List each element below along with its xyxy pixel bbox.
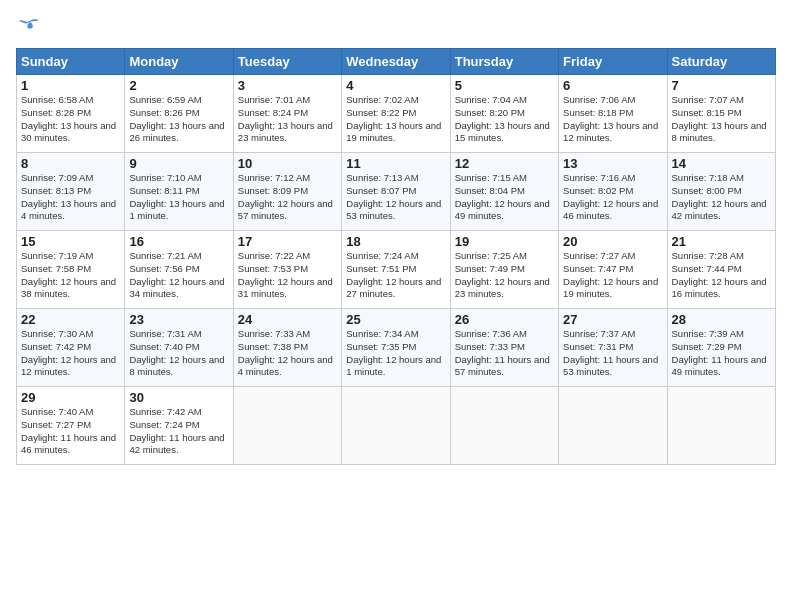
calendar-cell: 12Sunrise: 7:15 AMSunset: 8:04 PMDayligh… — [450, 153, 558, 231]
day-info: Sunrise: 7:01 AMSunset: 8:24 PMDaylight:… — [238, 94, 337, 145]
calendar-week-row: 22Sunrise: 7:30 AMSunset: 7:42 PMDayligh… — [17, 309, 776, 387]
day-info: Sunrise: 7:42 AMSunset: 7:24 PMDaylight:… — [129, 406, 228, 457]
calendar-cell: 16Sunrise: 7:21 AMSunset: 7:56 PMDayligh… — [125, 231, 233, 309]
calendar-cell: 6Sunrise: 7:06 AMSunset: 8:18 PMDaylight… — [559, 75, 667, 153]
day-info: Sunrise: 7:10 AMSunset: 8:11 PMDaylight:… — [129, 172, 228, 223]
day-info: Sunrise: 7:16 AMSunset: 8:02 PMDaylight:… — [563, 172, 662, 223]
day-number: 30 — [129, 390, 228, 405]
calendar-cell: 9Sunrise: 7:10 AMSunset: 8:11 PMDaylight… — [125, 153, 233, 231]
calendar-cell: 7Sunrise: 7:07 AMSunset: 8:15 PMDaylight… — [667, 75, 775, 153]
calendar-cell: 19Sunrise: 7:25 AMSunset: 7:49 PMDayligh… — [450, 231, 558, 309]
calendar-cell: 24Sunrise: 7:33 AMSunset: 7:38 PMDayligh… — [233, 309, 341, 387]
day-number: 8 — [21, 156, 120, 171]
day-info: Sunrise: 7:21 AMSunset: 7:56 PMDaylight:… — [129, 250, 228, 301]
day-number: 11 — [346, 156, 445, 171]
weekday-header-thursday: Thursday — [450, 49, 558, 75]
calendar-cell: 14Sunrise: 7:18 AMSunset: 8:00 PMDayligh… — [667, 153, 775, 231]
weekday-header-wednesday: Wednesday — [342, 49, 450, 75]
day-number: 16 — [129, 234, 228, 249]
logo — [16, 16, 42, 38]
day-info: Sunrise: 6:58 AMSunset: 8:28 PMDaylight:… — [21, 94, 120, 145]
calendar-week-row: 29Sunrise: 7:40 AMSunset: 7:27 PMDayligh… — [17, 387, 776, 465]
day-number: 4 — [346, 78, 445, 93]
calendar-cell: 22Sunrise: 7:30 AMSunset: 7:42 PMDayligh… — [17, 309, 125, 387]
calendar-cell: 28Sunrise: 7:39 AMSunset: 7:29 PMDayligh… — [667, 309, 775, 387]
header — [16, 16, 776, 38]
day-number: 21 — [672, 234, 771, 249]
calendar-cell — [667, 387, 775, 465]
calendar-cell: 15Sunrise: 7:19 AMSunset: 7:58 PMDayligh… — [17, 231, 125, 309]
day-number: 18 — [346, 234, 445, 249]
day-number: 22 — [21, 312, 120, 327]
calendar-cell: 25Sunrise: 7:34 AMSunset: 7:35 PMDayligh… — [342, 309, 450, 387]
weekday-header-monday: Monday — [125, 49, 233, 75]
calendar-week-row: 15Sunrise: 7:19 AMSunset: 7:58 PMDayligh… — [17, 231, 776, 309]
day-info: Sunrise: 7:25 AMSunset: 7:49 PMDaylight:… — [455, 250, 554, 301]
day-number: 25 — [346, 312, 445, 327]
day-info: Sunrise: 7:19 AMSunset: 7:58 PMDaylight:… — [21, 250, 120, 301]
calendar: SundayMondayTuesdayWednesdayThursdayFrid… — [16, 48, 776, 465]
day-info: Sunrise: 7:31 AMSunset: 7:40 PMDaylight:… — [129, 328, 228, 379]
day-number: 6 — [563, 78, 662, 93]
weekday-header-sunday: Sunday — [17, 49, 125, 75]
day-info: Sunrise: 7:15 AMSunset: 8:04 PMDaylight:… — [455, 172, 554, 223]
calendar-cell: 8Sunrise: 7:09 AMSunset: 8:13 PMDaylight… — [17, 153, 125, 231]
calendar-cell: 27Sunrise: 7:37 AMSunset: 7:31 PMDayligh… — [559, 309, 667, 387]
calendar-cell: 21Sunrise: 7:28 AMSunset: 7:44 PMDayligh… — [667, 231, 775, 309]
day-number: 24 — [238, 312, 337, 327]
weekday-header-friday: Friday — [559, 49, 667, 75]
day-number: 9 — [129, 156, 228, 171]
day-number: 2 — [129, 78, 228, 93]
day-info: Sunrise: 7:02 AMSunset: 8:22 PMDaylight:… — [346, 94, 445, 145]
day-number: 27 — [563, 312, 662, 327]
day-number: 23 — [129, 312, 228, 327]
day-number: 26 — [455, 312, 554, 327]
calendar-cell — [450, 387, 558, 465]
day-number: 19 — [455, 234, 554, 249]
day-info: Sunrise: 7:37 AMSunset: 7:31 PMDaylight:… — [563, 328, 662, 379]
day-number: 5 — [455, 78, 554, 93]
day-info: Sunrise: 7:27 AMSunset: 7:47 PMDaylight:… — [563, 250, 662, 301]
day-number: 3 — [238, 78, 337, 93]
calendar-cell: 13Sunrise: 7:16 AMSunset: 8:02 PMDayligh… — [559, 153, 667, 231]
calendar-cell: 5Sunrise: 7:04 AMSunset: 8:20 PMDaylight… — [450, 75, 558, 153]
day-info: Sunrise: 7:36 AMSunset: 7:33 PMDaylight:… — [455, 328, 554, 379]
calendar-week-row: 8Sunrise: 7:09 AMSunset: 8:13 PMDaylight… — [17, 153, 776, 231]
day-info: Sunrise: 7:30 AMSunset: 7:42 PMDaylight:… — [21, 328, 120, 379]
day-info: Sunrise: 7:28 AMSunset: 7:44 PMDaylight:… — [672, 250, 771, 301]
day-number: 20 — [563, 234, 662, 249]
day-info: Sunrise: 7:39 AMSunset: 7:29 PMDaylight:… — [672, 328, 771, 379]
calendar-cell: 3Sunrise: 7:01 AMSunset: 8:24 PMDaylight… — [233, 75, 341, 153]
day-number: 29 — [21, 390, 120, 405]
day-info: Sunrise: 7:04 AMSunset: 8:20 PMDaylight:… — [455, 94, 554, 145]
day-number: 28 — [672, 312, 771, 327]
weekday-header-saturday: Saturday — [667, 49, 775, 75]
calendar-cell: 1Sunrise: 6:58 AMSunset: 8:28 PMDaylight… — [17, 75, 125, 153]
day-info: Sunrise: 7:34 AMSunset: 7:35 PMDaylight:… — [346, 328, 445, 379]
calendar-cell: 2Sunrise: 6:59 AMSunset: 8:26 PMDaylight… — [125, 75, 233, 153]
calendar-cell: 18Sunrise: 7:24 AMSunset: 7:51 PMDayligh… — [342, 231, 450, 309]
calendar-cell — [342, 387, 450, 465]
day-number: 7 — [672, 78, 771, 93]
weekday-header-tuesday: Tuesday — [233, 49, 341, 75]
day-info: Sunrise: 7:33 AMSunset: 7:38 PMDaylight:… — [238, 328, 337, 379]
calendar-cell — [559, 387, 667, 465]
calendar-cell: 10Sunrise: 7:12 AMSunset: 8:09 PMDayligh… — [233, 153, 341, 231]
calendar-cell: 30Sunrise: 7:42 AMSunset: 7:24 PMDayligh… — [125, 387, 233, 465]
day-number: 1 — [21, 78, 120, 93]
day-info: Sunrise: 7:06 AMSunset: 8:18 PMDaylight:… — [563, 94, 662, 145]
day-number: 17 — [238, 234, 337, 249]
day-info: Sunrise: 7:18 AMSunset: 8:00 PMDaylight:… — [672, 172, 771, 223]
calendar-cell: 20Sunrise: 7:27 AMSunset: 7:47 PMDayligh… — [559, 231, 667, 309]
calendar-cell: 4Sunrise: 7:02 AMSunset: 8:22 PMDaylight… — [342, 75, 450, 153]
calendar-week-row: 1Sunrise: 6:58 AMSunset: 8:28 PMDaylight… — [17, 75, 776, 153]
day-info: Sunrise: 7:07 AMSunset: 8:15 PMDaylight:… — [672, 94, 771, 145]
day-info: Sunrise: 7:09 AMSunset: 8:13 PMDaylight:… — [21, 172, 120, 223]
page: SundayMondayTuesdayWednesdayThursdayFrid… — [0, 0, 792, 612]
day-info: Sunrise: 7:12 AMSunset: 8:09 PMDaylight:… — [238, 172, 337, 223]
day-number: 13 — [563, 156, 662, 171]
calendar-cell: 11Sunrise: 7:13 AMSunset: 8:07 PMDayligh… — [342, 153, 450, 231]
calendar-cell: 17Sunrise: 7:22 AMSunset: 7:53 PMDayligh… — [233, 231, 341, 309]
calendar-header-row: SundayMondayTuesdayWednesdayThursdayFrid… — [17, 49, 776, 75]
day-info: Sunrise: 7:13 AMSunset: 8:07 PMDaylight:… — [346, 172, 445, 223]
